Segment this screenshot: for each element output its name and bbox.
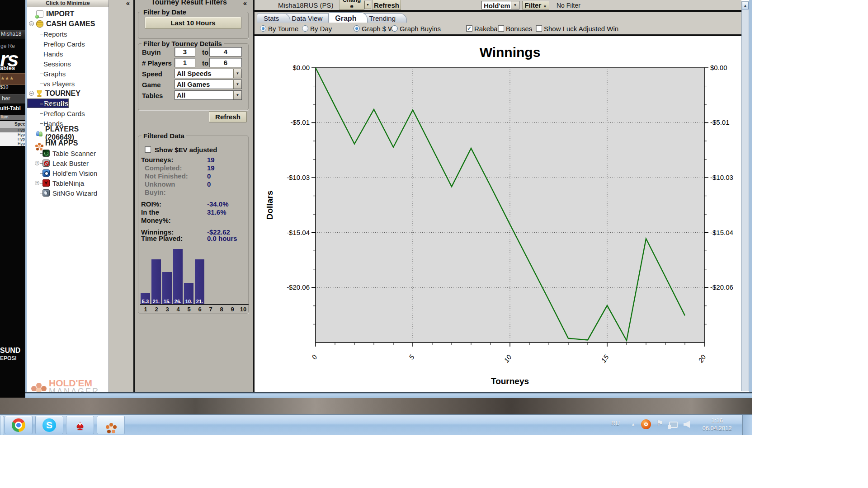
sidebar-item-vs-players[interactable]: vs Players [27, 79, 108, 89]
tab-trending[interactable]: Trending [362, 13, 407, 23]
hidden-icons-arrow-icon[interactable]: ▲ [631, 422, 635, 427]
change-button-line2: e [350, 3, 353, 9]
minus-expand-icon[interactable]: − [29, 21, 34, 26]
radio-label-by-day: By Day [310, 25, 332, 33]
sidebar-section-players-206649[interactable]: PLAYERS (206649) [27, 128, 108, 138]
skype-icon: S [42, 418, 56, 432]
mini-chart-axis-number: 1 [140, 306, 151, 313]
y-tick-label-left: -$10.03 [287, 174, 310, 181]
buyin-to-word: to [202, 48, 208, 56]
mini-chart-axis-number: 9 [227, 306, 238, 313]
change-dropdown-icon[interactable]: ▼ [364, 1, 371, 9]
radio-graph-w[interactable] [354, 25, 360, 32]
mini-chart-bars: 5.321.15.26.10.21. [140, 247, 249, 305]
taskbar-app-chrome[interactable] [5, 416, 33, 434]
buyin-to-input[interactable]: 4 [209, 47, 242, 56]
sidebar-section-cash-games[interactable]: −CASH GAMES [27, 19, 108, 29]
sidebar-section-tourney[interactable]: −TOURNEY [27, 89, 108, 99]
sidebar-collapse-strip[interactable]: « [109, 0, 133, 392]
stats-row-tourneys: Tourneys:19 [141, 155, 246, 164]
change-button[interactable]: Chang e [339, 0, 364, 10]
sidebar-item-hold-em-vision[interactable]: Hold'em Vision [27, 168, 108, 178]
radio-by-tourne[interactable] [260, 25, 266, 32]
collapse-filters-icon[interactable]: « [243, 0, 247, 7]
sidebar-item-table-scanner[interactable]: Table Scanner [27, 148, 108, 158]
clock-time: 1:16 [698, 417, 736, 424]
last-10-hours-button[interactable]: Last 10 Hours [145, 17, 241, 29]
sidebar-item-reports[interactable]: Reports [27, 99, 108, 108]
tables-label: Tables [142, 92, 163, 99]
tab-stats[interactable]: Stats [257, 13, 290, 23]
volume-tray-icon[interactable] [684, 421, 690, 428]
taskbar-app-pokerstars[interactable]: ♠ [66, 416, 94, 434]
chevron-down-icon[interactable]: ▼ [233, 91, 241, 99]
players-from-input[interactable]: 1 [175, 58, 195, 67]
sidebar-section-import[interactable]: IMPORT [27, 9, 108, 19]
stats-row-roi: ROI%:-34.0% [141, 200, 246, 208]
sidebar-item-label: Preflop Cards [43, 110, 85, 117]
checkbox-bonuses[interactable] [498, 25, 504, 32]
show-desktop-button[interactable] [742, 415, 752, 435]
y-tick-label-right: $0.00 [710, 64, 727, 71]
chevron-down-icon[interactable]: ▼ [233, 80, 241, 89]
stats-label: Money%: [141, 216, 207, 224]
checkbox-show-luck-adjusted-win[interactable] [536, 25, 542, 32]
sidebar-item-tableninja[interactable]: +TableNinja [27, 178, 108, 188]
tab-data-view[interactable]: Data View [285, 13, 334, 23]
mini-chart-axis-numbers: 12345678910 [140, 306, 249, 313]
action-center-flag-icon[interactable]: ⚑ [656, 418, 663, 428]
taskbar-app-holdem-manager[interactable] [97, 416, 125, 434]
sidebar-item-graphs[interactable]: Graphs [27, 69, 108, 79]
radio-graph-buyins[interactable] [392, 25, 398, 32]
language-indicator[interactable]: RU [611, 420, 620, 427]
buyin-from-input[interactable]: 3 [175, 47, 195, 56]
import-icon [36, 10, 43, 18]
players-to-input[interactable]: 6 [209, 58, 242, 67]
toolbar-refresh-button[interactable]: Refresh [372, 0, 401, 10]
game-select[interactable]: All Games ▼ [175, 80, 242, 89]
section-label: IMPORT [46, 10, 74, 18]
sidebar-item-sessions[interactable]: Sessions [27, 59, 108, 69]
show-ev-adjusted-checkbox[interactable] [145, 146, 151, 153]
hm-apps-flower-icon [36, 140, 42, 146]
sidebar-item-hands[interactable]: Hands [27, 49, 108, 59]
scroll-up-icon[interactable]: ▲ [742, 2, 749, 9]
sidebar-item-preflop-cards[interactable]: Preflop Cards [27, 108, 108, 118]
chevron-down-icon[interactable]: ▼ [511, 1, 519, 9]
antivirus-tray-icon[interactable] [641, 419, 651, 429]
taskbar-app-skype[interactable]: S [35, 416, 63, 434]
collapse-left-icon[interactable]: « [126, 0, 130, 7]
mini-chart-bar: 21. [151, 259, 161, 304]
speed-select[interactable]: All Speeds ▼ [175, 69, 242, 78]
sidebar-item-sitngo-wizard[interactable]: SitNGo Wizard [27, 188, 108, 198]
stats-row-money: Money%: [141, 216, 246, 224]
plus-expand-icon[interactable]: + [35, 161, 39, 165]
taskbar-clock[interactable]: 1:16 06.04.2012 [698, 417, 736, 432]
radio-by-day[interactable] [302, 25, 308, 32]
sidebar-item-leak-buster[interactable]: +Leak Buster [27, 158, 108, 168]
stats-row-buyin: Buyin: [141, 188, 246, 196]
filtered-data-rows: Tourneys:19Completed:19Not Finished:0Unk… [141, 155, 246, 241]
minus-expand-icon[interactable]: − [29, 91, 34, 96]
sidebar-item-reports[interactable]: Reports [27, 29, 108, 39]
chevron-down-icon[interactable]: ▼ [233, 69, 241, 78]
vertical-scrollbar[interactable]: ▲ [741, 1, 749, 391]
taskbar-edge-button[interactable] [0, 416, 4, 435]
tab-graph[interactable]: Graph [328, 12, 368, 23]
sidebar-section-hm-apps[interactable]: HM APPS [27, 138, 108, 148]
filter-button[interactable]: Filter ▼ [522, 1, 549, 9]
checkbox-rakeba[interactable]: ✓ [466, 25, 472, 32]
plus-expand-icon[interactable]: + [35, 181, 39, 185]
game-type-value: Hold'em [484, 2, 510, 9]
stats-label: Unknown [141, 180, 207, 188]
sidebar-item-label: Graphs [43, 70, 66, 78]
tables-select[interactable]: All ▼ [175, 90, 242, 100]
y-axis-title: Dollars [265, 191, 274, 220]
desktop: Misha18 ge Re rs ables ★★★ $10 her ulti-… [0, 0, 752, 435]
sidebar-item-preflop-cards[interactable]: Preflop Cards [27, 39, 108, 49]
players-icon [36, 130, 42, 136]
filter-refresh-button[interactable]: Refresh [209, 111, 247, 122]
game-type-select[interactable]: Hold'em ▼ [481, 1, 519, 9]
network-tray-icon[interactable] [669, 422, 678, 428]
sidebar-minimize-header[interactable]: Click to Minimize [27, 0, 108, 7]
